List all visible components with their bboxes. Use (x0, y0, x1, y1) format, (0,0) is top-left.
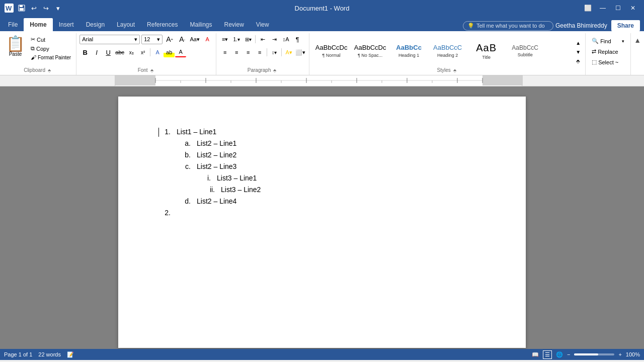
align-left-button[interactable]: ≡ (219, 47, 230, 57)
style-normal-name: ¶ Normal (322, 53, 340, 58)
read-mode-button[interactable]: 📖 (532, 351, 539, 358)
print-layout-button[interactable]: ☰ (543, 350, 552, 359)
decrease-indent-button[interactable]: ⇤ (257, 34, 268, 44)
text-effects-button[interactable]: A (152, 47, 163, 57)
bold-button[interactable]: B (79, 47, 91, 57)
superscript-button[interactable]: x² (137, 47, 148, 57)
styles-more-button[interactable]: ⬘ (574, 57, 582, 65)
borders-button[interactable]: ⬜▾ (295, 47, 306, 57)
document-content[interactable]: 1. List1 – Line1 a. List2 – Line1 b. Lis… (158, 127, 486, 218)
paragraph-expand-button[interactable]: ⬘ (272, 68, 278, 74)
style-no-spacing[interactable]: AaBbCcDc ¶ No Spac... (351, 37, 389, 65)
document-page[interactable]: 1. List1 – Line1 a. List2 – Line1 b. Lis… (118, 97, 526, 348)
tab-layout[interactable]: Layout (111, 18, 141, 31)
font-grow-button[interactable]: A+ (164, 34, 175, 44)
quick-access-toolbar: ↩ ↪ ▾ (16, 3, 63, 14)
style-title[interactable]: AaB Title (467, 37, 505, 65)
line-spacing-button[interactable]: ↕▾ (269, 47, 280, 57)
underline-button[interactable]: U (103, 47, 114, 57)
ribbon-display-button[interactable]: ⬜ (581, 1, 595, 15)
numbering-button[interactable]: 1.▾ (231, 34, 242, 44)
tab-review[interactable]: Review (218, 18, 250, 31)
style-normal[interactable]: AaBbCcDc ¶ Normal (312, 37, 350, 65)
tab-home[interactable]: Home (24, 18, 52, 31)
increase-indent-button[interactable]: ⇥ (269, 34, 280, 44)
clipboard-expand-button[interactable]: ⬘ (46, 68, 52, 74)
styles-scroll-up[interactable]: ▲ (574, 39, 582, 47)
svg-rect-5 (115, 75, 155, 85)
tab-design[interactable]: Design (80, 18, 111, 31)
tell-me-input[interactable]: 💡 Tell me what you want to do (463, 21, 553, 31)
list-item[interactable]: c. List2 – Line3 (179, 161, 486, 172)
customize-qat-button[interactable]: ▾ (52, 3, 63, 14)
styles-scroll-down[interactable]: ▼ (574, 48, 582, 56)
select-button[interactable]: ⬚ Select ~ (589, 57, 627, 67)
save-button[interactable] (16, 3, 27, 14)
replace-button[interactable]: ⇄ Replace (589, 47, 627, 56)
tab-bar: File Home Insert Design Layout Reference… (0, 16, 644, 31)
subscript-button[interactable]: x₂ (126, 47, 137, 57)
styles-expand-button[interactable]: ⬘ (452, 68, 458, 74)
tab-references[interactable]: References (141, 18, 184, 31)
style-heading1[interactable]: AaBbCc Heading 1 (390, 37, 428, 65)
align-right-button[interactable]: ≡ (243, 47, 254, 57)
style-no-spacing-name: ¶ No Spac... (358, 53, 382, 58)
clear-formatting-button[interactable]: A (202, 34, 213, 44)
list-item[interactable]: b. List2 – Line2 (179, 150, 486, 160)
list-item[interactable]: 1. List1 – Line1 (158, 127, 486, 137)
italic-button[interactable]: I (91, 47, 102, 57)
align-center-button[interactable]: ≡ (231, 47, 242, 57)
font-group: Arial ▾ 12 ▾ A+ A- Aa▾ A B I U abc x₂ x² (76, 33, 216, 75)
bullets-button[interactable]: ≡▾ (219, 34, 230, 44)
list-marker: 1. (158, 127, 171, 137)
list-item[interactable]: 2. (158, 208, 486, 218)
show-formatting-button[interactable]: ¶ (292, 34, 303, 44)
lightbulb-icon: 💡 (467, 23, 474, 29)
undo-button[interactable]: ↩ (28, 3, 39, 14)
tab-file[interactable]: File (2, 18, 24, 31)
redo-button[interactable]: ↪ (40, 3, 51, 14)
font-name-value: Arial (82, 36, 93, 42)
font-expand-button[interactable]: ⬘ (149, 68, 155, 74)
change-case-button[interactable]: Aa▾ (189, 34, 200, 44)
maximize-button[interactable]: ☐ (611, 1, 625, 15)
shading-button[interactable]: A▾ (283, 47, 294, 57)
tab-mailings[interactable]: Mailings (184, 18, 218, 31)
close-button[interactable]: ✕ (626, 1, 640, 15)
tab-insert[interactable]: Insert (53, 18, 80, 31)
list-item[interactable]: d. List2 – Line4 (179, 196, 486, 207)
list-item[interactable]: i. List3 – Line1 (199, 173, 486, 184)
multilevel-list-button[interactable]: ⊞▾ (243, 34, 254, 44)
font-size-selector[interactable]: 12 ▾ (141, 35, 163, 44)
text-highlight-button[interactable]: ab (164, 47, 175, 57)
format-painter-button[interactable]: 🖌 Format Painter (29, 53, 73, 61)
share-button[interactable]: Share (611, 20, 640, 31)
zoom-in-button[interactable]: + (618, 351, 621, 357)
copy-button[interactable]: ⧉ Copy (29, 44, 73, 53)
font-shrink-button[interactable]: A- (177, 34, 188, 44)
font-name-selector[interactable]: Arial ▾ (79, 35, 140, 44)
minimize-button[interactable]: — (596, 1, 610, 15)
find-button[interactable]: 🔍 Find ▾ (589, 36, 627, 46)
web-layout-button[interactable]: 🌐 (556, 351, 563, 358)
ribbon-collapse-button[interactable]: ▲ (632, 35, 643, 45)
user-name: Geetha Bhimireddy (555, 22, 607, 29)
document-area[interactable]: 1. List1 – Line1 a. List2 – Line1 b. Lis… (0, 86, 644, 349)
list-item[interactable]: a. List2 – Line1 (179, 138, 486, 149)
status-bar: Page 1 of 1 22 words 📝 📖 ☰ 🌐 − + 100% (0, 349, 644, 360)
tab-view[interactable]: View (250, 18, 275, 31)
font-color-button[interactable]: A (175, 47, 186, 57)
justify-button[interactable]: ≡ (254, 47, 265, 57)
font-size-dropdown-icon: ▾ (157, 36, 160, 43)
list-item[interactable]: ii. List3 – Line2 (203, 185, 486, 195)
style-heading2[interactable]: AaBbCcC Heading 2 (429, 37, 466, 65)
sort-button[interactable]: ↕A (280, 34, 291, 44)
paste-button[interactable]: 📋 Paste (3, 34, 28, 59)
zoom-slider[interactable] (574, 353, 614, 355)
cut-button[interactable]: ✂ Cut (29, 35, 73, 44)
zoom-out-button[interactable]: − (567, 351, 570, 357)
strikethrough-button[interactable]: abc (114, 47, 125, 57)
word-icon[interactable]: W (4, 3, 14, 13)
style-subtitle[interactable]: AaBbCcC Subtitle (506, 37, 544, 65)
notes-icon[interactable]: 📝 (67, 351, 74, 358)
